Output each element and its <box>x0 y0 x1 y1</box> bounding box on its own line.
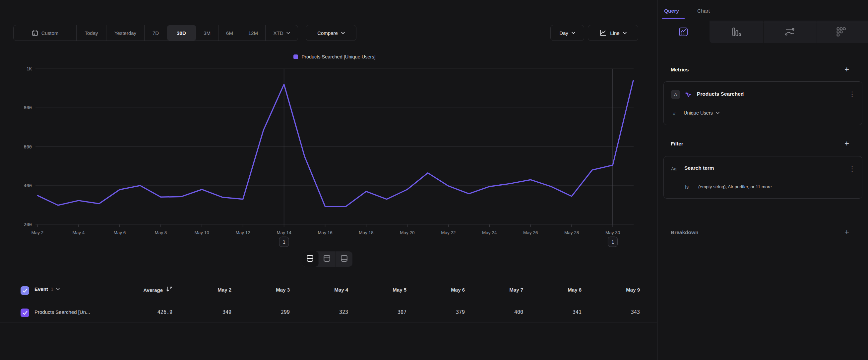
metric-title: Products Searched <box>697 91 744 97</box>
layout-chart-collapsed-button[interactable] <box>336 251 352 267</box>
y-axis-label: 1K <box>27 66 32 72</box>
funnel-tab[interactable] <box>732 27 741 36</box>
event-label: Event <box>34 286 48 292</box>
x-axis-label: May 2 <box>31 230 44 235</box>
x-axis-label: May 28 <box>564 230 579 235</box>
metric-card[interactable]: A Products Searched ⋮ # Unique Users <box>663 81 862 125</box>
insights-icon <box>679 27 688 36</box>
table-header-row: Event 1 Average May 2 May 3 May 4 May 5 … <box>0 278 657 303</box>
cell-value: 343 <box>587 309 640 315</box>
measure-label: Unique Users <box>684 110 713 116</box>
column-header: May 6 <box>412 287 465 293</box>
check-icon <box>23 311 28 315</box>
tab-divider <box>816 21 817 43</box>
check-icon <box>23 288 28 293</box>
cell-value: 299 <box>237 309 290 315</box>
series-line <box>37 80 633 206</box>
tab-query[interactable]: Query <box>664 8 679 14</box>
filter-card[interactable]: Aa Search term ⋮ Is (empty string), Air … <box>663 156 862 199</box>
cell-value: 323 <box>295 309 348 315</box>
average-label: Average <box>143 287 163 293</box>
cell-value: 379 <box>412 309 465 315</box>
x-axis-label: May 18 <box>359 230 373 235</box>
column-header: May 8 <box>528 287 582 293</box>
cell-value: 341 <box>528 309 582 315</box>
x-axis-label: May 20 <box>400 230 414 235</box>
cell-value: 400 <box>470 309 523 315</box>
flow-tab[interactable] <box>785 28 795 36</box>
tab-divider <box>763 21 764 43</box>
main-chart-panel: Custom Today Yesterday 7D 30D 3M 6M 12M … <box>0 0 657 360</box>
y-axis-label: 200 <box>24 222 32 227</box>
column-header: May 7 <box>470 287 523 293</box>
column-header: May 2 <box>178 287 231 293</box>
column-header: May 3 <box>237 287 290 293</box>
metric-menu-button[interactable]: ⋮ <box>849 91 856 97</box>
x-axis-label: May 12 <box>236 230 250 235</box>
line-chart[interactable]: 1K800600400200May 2May 4May 6May 8May 10… <box>0 0 657 252</box>
measure-symbol: # <box>673 111 676 116</box>
x-axis-label: May 26 <box>523 230 538 235</box>
y-axis-label: 400 <box>24 183 32 188</box>
x-axis-label: May 16 <box>318 230 332 235</box>
analysis-type-tabs <box>657 21 868 43</box>
bar-chart-icon <box>732 27 741 36</box>
cell-value: 307 <box>353 309 406 315</box>
average-sort-header[interactable]: Average <box>106 286 173 294</box>
more-analyses-tab[interactable] <box>837 27 846 36</box>
series-checkbox[interactable] <box>21 308 29 317</box>
x-axis-label: May 30 <box>606 230 620 235</box>
cell-value: 349 <box>178 309 231 315</box>
property-type-badge: Aa <box>671 166 677 171</box>
y-axis-label: 600 <box>24 144 32 149</box>
filter-operator: Is <box>685 184 689 190</box>
flow-icon <box>785 28 795 36</box>
x-axis-label: May 22 <box>441 230 456 235</box>
average-value: 426.9 <box>119 309 173 315</box>
event-count: 1 <box>51 286 53 292</box>
x-axis-label: May 10 <box>195 230 209 235</box>
filter-menu-button[interactable]: ⋮ <box>849 165 856 172</box>
active-tab-underline <box>662 18 685 19</box>
insights-tab[interactable] <box>679 27 688 36</box>
column-header: May 4 <box>295 287 348 293</box>
series-label: Products Searched [Un... <box>34 309 90 315</box>
apps-grid-icon <box>837 27 846 36</box>
cursor-click-icon <box>684 90 692 99</box>
y-axis-label: 800 <box>24 105 32 110</box>
table-row: Products Searched [Un... 426.9 349 299 3… <box>0 303 657 323</box>
metrics-heading: Metrics <box>671 67 689 73</box>
x-axis-label: May 6 <box>114 230 126 235</box>
column-header: May 9 <box>587 287 640 293</box>
series-letter-badge: A <box>671 90 680 99</box>
breakdown-heading: Breakdown <box>671 229 699 236</box>
chevron-down-icon <box>56 288 60 290</box>
column-header: May 5 <box>353 287 406 293</box>
layout-chart-collapsed-icon <box>341 255 348 264</box>
filter-heading: Filter <box>671 141 683 147</box>
annotation-badge-label: 1 <box>282 240 285 245</box>
query-sidebar: Query Chart <box>657 0 868 360</box>
x-axis-label: May 14 <box>277 230 291 235</box>
annotation-badge-label: 1 <box>611 240 614 245</box>
add-metric-button[interactable]: + <box>843 65 851 74</box>
analytics-app: Custom Today Yesterday 7D 30D 3M 6M 12M … <box>0 0 868 360</box>
chevron-down-icon <box>716 112 719 114</box>
layout-split-icon <box>306 255 314 264</box>
layout-split-button[interactable] <box>302 251 319 267</box>
add-breakdown-button[interactable]: + <box>843 228 851 236</box>
strip-bottom-border <box>710 23 868 23</box>
add-filter-button[interactable]: + <box>843 139 851 147</box>
layout-toggle <box>302 251 352 267</box>
select-all-checkbox[interactable] <box>21 286 29 295</box>
filter-value[interactable]: (empty string), Air purifier, or 11 more <box>698 184 772 189</box>
x-axis-label: May 4 <box>72 230 85 235</box>
event-dropdown[interactable]: Event 1 <box>34 286 60 292</box>
measure-dropdown[interactable]: Unique Users <box>684 110 719 116</box>
layout-table-collapsed-button[interactable] <box>319 251 336 267</box>
sort-descending-icon <box>166 286 173 294</box>
filter-title: Search term <box>684 165 714 171</box>
tab-chart[interactable]: Chart <box>697 8 710 14</box>
x-axis-label: May 8 <box>155 230 167 235</box>
layout-table-collapsed-icon <box>323 255 331 264</box>
